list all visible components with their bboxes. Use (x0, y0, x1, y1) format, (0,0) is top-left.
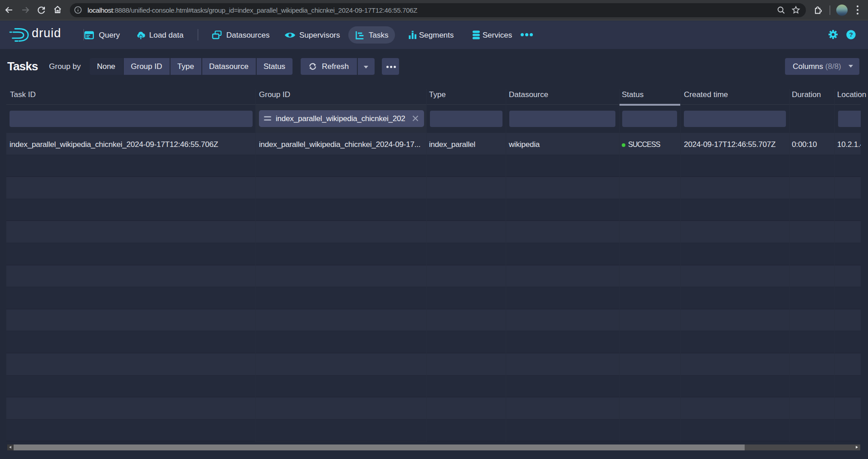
svg-text:?: ? (849, 31, 853, 38)
